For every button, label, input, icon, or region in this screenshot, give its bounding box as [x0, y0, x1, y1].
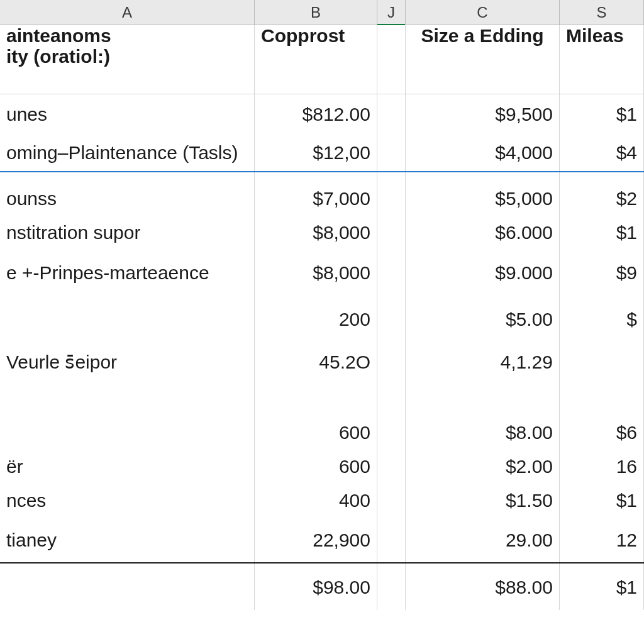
cell[interactable]	[377, 215, 406, 249]
cell[interactable]: 200	[255, 296, 377, 342]
cell[interactable]: $5.00	[406, 296, 560, 342]
cell[interactable]: $9	[560, 249, 644, 296]
table-row: nces 400 $1.50 $1	[0, 483, 644, 517]
cell[interactable]	[377, 94, 406, 133]
cell[interactable]: 22,900	[255, 517, 377, 562]
cell[interactable]	[377, 133, 406, 171]
cell[interactable]	[0, 172, 255, 181]
cell[interactable]	[377, 483, 406, 517]
header-cell-S[interactable]: Mileas	[560, 25, 644, 94]
cell[interactable]	[377, 449, 406, 483]
header-cell-C[interactable]: Size a Edding	[406, 25, 560, 94]
cell[interactable]: $4,000	[406, 133, 560, 171]
cell[interactable]: e +-Prinpes-marteaence	[0, 249, 255, 296]
cell[interactable]	[560, 342, 644, 381]
cell[interactable]	[560, 381, 644, 415]
cell[interactable]: $7,000	[255, 181, 377, 215]
cell[interactable]: $8.00	[406, 415, 560, 449]
cell[interactable]	[377, 181, 406, 215]
table-row: Veurle s̄eipor 45.2O 4,1.29	[0, 342, 644, 381]
cell[interactable]: Veurle s̄eipor	[0, 342, 255, 381]
header-cell-B[interactable]: Copprost	[255, 25, 377, 94]
cell[interactable]	[0, 415, 255, 449]
cell[interactable]: $1	[560, 564, 644, 610]
table-row: unes $812.00 $9,500 $1	[0, 94, 644, 133]
cell[interactable]	[377, 415, 406, 449]
table-row: tianey 22,900 29.00 12	[0, 517, 644, 564]
cell[interactable]: unes	[0, 94, 255, 133]
cell[interactable]: $1.50	[406, 483, 560, 517]
table-row: ounss $7,000 $5,000 $2	[0, 181, 644, 215]
column-header-A[interactable]: A	[0, 0, 255, 25]
table-row: 200 $5.00 $	[0, 296, 644, 342]
cell[interactable]: $1	[560, 94, 644, 133]
cell[interactable]: $4	[560, 133, 644, 171]
cell[interactable]: 45.2O	[255, 342, 377, 381]
cell[interactable]: 4,1.29	[406, 342, 560, 381]
header-cell-A[interactable]: ainteanoms ity (oratiol:)	[0, 25, 255, 94]
cell[interactable]: 600	[255, 415, 377, 449]
cell[interactable]	[406, 381, 560, 415]
cell[interactable]	[377, 517, 406, 562]
cell[interactable]	[406, 172, 560, 181]
cell[interactable]: $98.00	[255, 564, 377, 610]
cell[interactable]: 16	[560, 449, 644, 483]
cell[interactable]: nces	[0, 483, 255, 517]
cell[interactable]: nstitration supor	[0, 215, 255, 249]
cell[interactable]: $8,000	[255, 215, 377, 249]
cell[interactable]	[0, 381, 255, 415]
table-row: 600 $8.00 $6	[0, 415, 644, 449]
cell[interactable]: $	[560, 296, 644, 342]
cell[interactable]	[560, 172, 644, 181]
table-row: $98.00 $88.00 $1	[0, 564, 644, 610]
table-row	[0, 172, 644, 181]
table-row: nstitration supor $8,000 $6.000 $1	[0, 215, 644, 249]
cell[interactable]: $12,00	[255, 133, 377, 171]
cell[interactable]: $9.000	[406, 249, 560, 296]
cell[interactable]: 29.00	[406, 517, 560, 562]
cell[interactable]: $9,500	[406, 94, 560, 133]
cell[interactable]: $6	[560, 415, 644, 449]
column-header-S[interactable]: S	[560, 0, 644, 25]
column-header-J[interactable]: J	[377, 0, 406, 25]
cell[interactable]	[0, 564, 255, 610]
cell[interactable]: $1	[560, 483, 644, 517]
column-header-row: A B J C S	[0, 0, 644, 25]
spreadsheet-viewport: A B J C S ainteanoms ity (oratiol:) Copp…	[0, 0, 644, 644]
table-row: ër 600 $2.00 16	[0, 449, 644, 483]
cell[interactable]: 600	[255, 449, 377, 483]
cell[interactable]: ër	[0, 449, 255, 483]
cell[interactable]	[377, 381, 406, 415]
cell[interactable]: $812.00	[255, 94, 377, 133]
cell[interactable]: oming–Plaintenance (Tasls)	[0, 133, 255, 171]
cell[interactable]: $2.00	[406, 449, 560, 483]
cell[interactable]	[0, 296, 255, 342]
column-header-C[interactable]: C	[406, 0, 560, 25]
table-row: e +-Prinpes-marteaence $8,000 $9.000 $9	[0, 249, 644, 296]
cell[interactable]	[377, 172, 406, 181]
cell[interactable]	[377, 296, 406, 342]
table-row: oming–Plaintenance (Tasls) $12,00 $4,000…	[0, 133, 644, 172]
cell[interactable]: $8,000	[255, 249, 377, 296]
cell[interactable]: $1	[560, 215, 644, 249]
cell[interactable]	[377, 564, 406, 610]
cell[interactable]: tianey	[0, 517, 255, 562]
cell[interactable]: $5,000	[406, 181, 560, 215]
cell[interactable]	[377, 249, 406, 296]
cell[interactable]: $88.00	[406, 564, 560, 610]
cell[interactable]: ounss	[0, 181, 255, 215]
column-header-B[interactable]: B	[255, 0, 377, 25]
grid-body: ainteanoms ity (oratiol:) Copprost Size …	[0, 25, 644, 644]
header-text-A1: ainteanoms	[6, 25, 111, 46]
cell[interactable]: $2	[560, 181, 644, 215]
cell[interactable]	[255, 172, 377, 181]
header-row: ainteanoms ity (oratiol:) Copprost Size …	[0, 25, 644, 94]
cell[interactable]: 12	[560, 517, 644, 562]
cell[interactable]	[377, 342, 406, 381]
header-text-A2: ity (oratiol:)	[6, 46, 111, 67]
cell[interactable]: $6.000	[406, 215, 560, 249]
cell[interactable]	[255, 381, 377, 415]
table-row	[0, 381, 644, 415]
cell[interactable]: 400	[255, 483, 377, 517]
header-cell-J[interactable]	[377, 25, 406, 94]
